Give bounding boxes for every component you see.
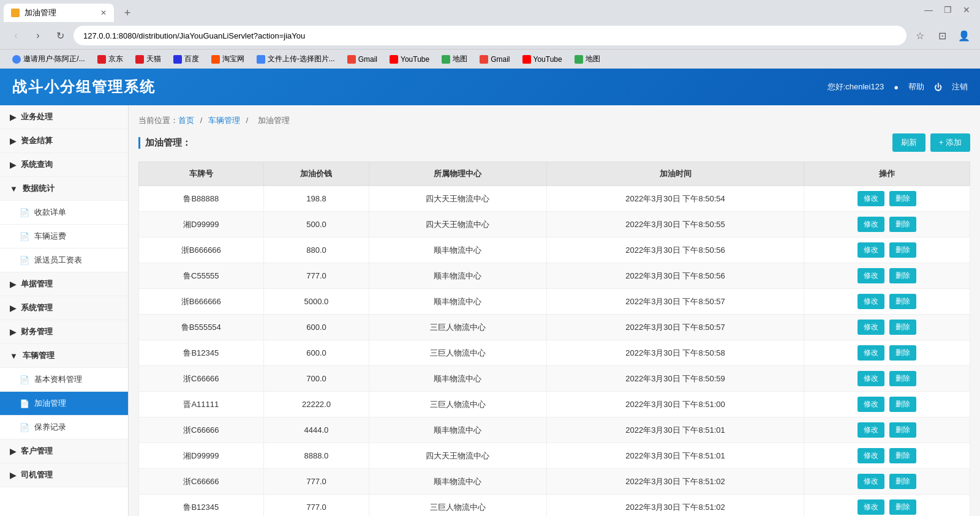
delete-button[interactable]: 删除 [889,499,916,515]
active-tab[interactable]: 加油管理 ✕ [4,4,114,22]
sidebar-item-sysmgmt[interactable]: ▶ 系统管理 [0,296,128,320]
bookmark-youtube2[interactable]: YouTube [518,53,567,65]
cell-price: 600.0 [263,340,369,366]
edit-button[interactable]: 修改 [858,448,884,463]
cell-time: 2022年3月30日 下午8:50:56 [546,237,804,263]
bookmark-gmail1[interactable]: Gmail [342,53,382,65]
bookmark-jd[interactable]: 京东 [92,52,128,66]
edit-button[interactable]: 修改 [858,474,884,489]
cell-time: 2022年3月30日 下午8:50:56 [546,263,804,289]
cell-time: 2022年3月30日 下午8:50:57 [546,289,804,315]
forward-button[interactable]: › [29,27,47,44]
sidebar-item-driversalary[interactable]: 📄 派送员工资表 [0,249,128,272]
delete-button[interactable]: 删除 [889,397,916,412]
table-row: 湘D99999 500.0 四大天王物流中心 2022年3月30日 下午8:50… [139,212,970,237]
file-icon: 📄 [20,399,29,408]
cell-actions: 修改 删除 [804,443,970,469]
delete-button[interactable]: 删除 [889,371,916,386]
delete-button[interactable]: 删除 [889,191,916,206]
edit-button[interactable]: 修改 [858,242,884,258]
cell-time: 2022年3月30日 下午8:51:01 [546,417,804,443]
sidebar-item-datastats[interactable]: ▼ 数据统计 [0,177,128,201]
bookmark-label: Gmail [358,55,377,64]
sidebar-item-maintenance[interactable]: 📄 保养记录 [0,416,128,439]
bookmark-taobao[interactable]: 淘宝网 [206,52,249,66]
delete-button[interactable]: 删除 [889,320,916,335]
sidebar-item-fuelmgmt[interactable]: 📄 加油管理 [0,392,128,416]
logout-icon: ⏻ [934,83,942,92]
bookmark-map2[interactable]: 地图 [570,52,605,66]
sidebar-item-customermgmt[interactable]: ▶ 客户管理 [0,439,128,463]
help-link[interactable]: 帮助 [908,81,924,92]
edit-button[interactable]: 修改 [858,371,884,386]
sidebar-label: 系统管理 [21,302,53,313]
cell-actions: 修改 删除 [804,417,970,443]
delete-button[interactable]: 删除 [889,242,916,258]
delete-button[interactable]: 删除 [889,474,916,489]
sidebar-item-finance[interactable]: ▶ 资金结算 [0,129,128,153]
restore-button[interactable]: ❐ [939,2,957,17]
delete-button[interactable]: 删除 [889,422,916,438]
arrow-icon: ▶ [10,136,16,146]
address-bar[interactable] [74,26,907,45]
minimize-button[interactable]: — [919,2,938,17]
delete-button[interactable]: 删除 [889,448,916,463]
sidebar-item-drivermgmt[interactable]: ▶ 司机管理 [0,463,128,487]
sidebar-label: 财务管理 [21,326,53,337]
edit-button[interactable]: 修改 [858,345,884,361]
bookmark-tmall[interactable]: 天猫 [130,52,166,66]
sidebar-item-basicinfo[interactable]: 📄 基本资料管理 [0,368,128,392]
edit-button[interactable]: 修改 [858,217,884,232]
sidebar-label: 基本资料管理 [34,374,82,385]
sidebar-item-sysquery[interactable]: ▶ 系统查询 [0,153,128,177]
tab-close-button[interactable]: ✕ [100,9,107,17]
bookmark-label: 京东 [108,54,123,64]
table-row: 浙C66666 4444.0 顺丰物流中心 2022年3月30日 下午8:51:… [139,417,970,443]
extension-icon[interactable]: ⊡ [933,27,951,44]
edit-button[interactable]: 修改 [858,294,884,309]
breadcrumb-home[interactable]: 首页 [178,116,194,125]
sidebar-item-receipt[interactable]: 📄 收款详单 [0,201,128,225]
refresh-button[interactable]: 刷新 [892,133,925,152]
refresh-button[interactable]: ↻ [51,27,69,44]
file-icon: 📄 [20,423,29,432]
logout-link[interactable]: 注销 [952,81,968,92]
delete-button[interactable]: 删除 [889,345,916,361]
bookmark-file[interactable]: 文件上传-选择图片... [252,52,340,66]
bookmark-invite[interactable]: 邀请用户·陈阿正/... [7,52,90,66]
profile-icon[interactable]: 👤 [956,27,973,44]
edit-button[interactable]: 修改 [858,422,884,438]
delete-button[interactable]: 删除 [889,294,916,309]
edit-button[interactable]: 修改 [858,320,884,335]
delete-button[interactable]: 删除 [889,217,916,232]
add-button[interactable]: + 添加 [930,133,970,152]
bookmark-map1[interactable]: 地图 [437,52,472,66]
edit-button[interactable]: 修改 [858,191,884,206]
gmail-icon2 [480,55,488,64]
bookmark-baidu[interactable]: 百度 [168,52,204,66]
bookmark-star-icon[interactable]: ☆ [911,27,929,44]
sidebar-item-billmgmt[interactable]: ▶ 单据管理 [0,272,128,296]
youtube-icon [390,55,398,64]
close-button[interactable]: ✕ [958,2,975,17]
file-icon [257,55,265,64]
edit-button[interactable]: 修改 [858,268,884,283]
sidebar-label: 系统查询 [21,159,53,170]
back-button[interactable]: ‹ [7,27,24,44]
bookmark-icon [12,55,21,64]
sidebar-item-vehiclemgmt[interactable]: ▼ 车辆管理 [0,344,128,368]
bookmark-youtube1[interactable]: YouTube [385,53,434,65]
new-tab-button[interactable]: + [119,4,136,21]
sidebar-item-vehiclecost[interactable]: 📄 车辆运费 [0,225,128,249]
cell-plate: 浙C66666 [139,417,264,443]
cell-time: 2022年3月30日 下午8:50:54 [546,186,804,212]
sidebar-item-business[interactable]: ▶ 业务处理 [0,105,128,129]
arrow-icon: ▼ [10,184,18,193]
delete-button[interactable]: 删除 [889,268,916,283]
edit-button[interactable]: 修改 [858,499,884,515]
edit-button[interactable]: 修改 [858,397,884,412]
sidebar-label: 客户管理 [21,446,53,457]
sidebar-item-financialmgmt[interactable]: ▶ 财务管理 [0,320,128,344]
breadcrumb-vehicle[interactable]: 车辆管理 [208,116,240,125]
bookmark-gmail2[interactable]: Gmail [475,53,514,65]
